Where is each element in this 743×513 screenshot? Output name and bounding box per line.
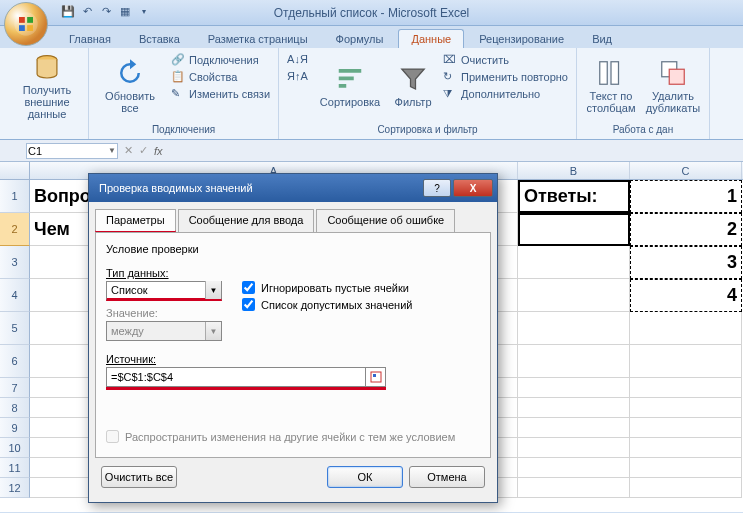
dialog-title: Проверка вводимых значений — [93, 182, 253, 194]
group-data-tools: Текст по столбцам Удалить дубликаты Рабо… — [577, 48, 710, 139]
ribbon: Получить внешние данные Обновить все 🔗По… — [0, 48, 743, 140]
source-label: Источник: — [106, 353, 480, 365]
accept-formula-icon[interactable]: ✓ — [139, 144, 148, 157]
text-to-columns-button[interactable]: Текст по столбцам — [583, 52, 639, 120]
cell-c1[interactable]: 1 — [630, 180, 742, 213]
svg-rect-10 — [611, 62, 619, 85]
cell-c4[interactable]: 4 — [630, 279, 742, 312]
remove-duplicates-button[interactable]: Удалить дубликаты — [643, 52, 703, 120]
source-input-wrapper — [106, 367, 386, 390]
ok-button[interactable]: ОК — [327, 466, 403, 488]
row-header-1[interactable]: 1 — [0, 180, 30, 213]
namebox-dropdown-icon[interactable]: ▼ — [108, 146, 116, 155]
row-header-3[interactable]: 3 — [0, 246, 30, 279]
tab-error-alert[interactable]: Сообщение об ошибке — [316, 209, 455, 232]
dialog-panel: Условие проверки Тип данных: Список ▼ Зн… — [95, 232, 491, 458]
svg-rect-9 — [600, 62, 608, 85]
redo-icon[interactable]: ↷ — [98, 3, 114, 19]
properties-button[interactable]: 📋Свойства — [169, 69, 272, 85]
cell-b4[interactable] — [518, 279, 630, 312]
row-header-4[interactable]: 4 — [0, 279, 30, 312]
range-icon — [370, 371, 382, 383]
cell-b1[interactable]: Ответы: — [518, 180, 630, 213]
row-header-8[interactable]: 8 — [0, 398, 30, 418]
advanced-filter-button[interactable]: ⧩Дополнительно — [441, 86, 570, 102]
sort-desc-icon: Я↑А — [287, 70, 301, 84]
row-header-10[interactable]: 10 — [0, 438, 30, 458]
sort-asc-icon: А↓Я — [287, 53, 301, 67]
range-picker-button[interactable] — [366, 367, 386, 387]
type-label: Тип данных: — [106, 267, 222, 279]
col-header-b[interactable]: B — [518, 162, 630, 179]
type-select[interactable]: Список ▼ — [106, 281, 222, 301]
tab-data[interactable]: Данные — [398, 29, 464, 48]
tab-layout[interactable]: Разметка страницы — [195, 29, 321, 48]
dropdown-icon: ▼ — [205, 322, 221, 340]
edit-links-icon: ✎ — [171, 87, 185, 101]
cell-b3[interactable] — [518, 246, 630, 279]
cell-c2[interactable]: 2 — [630, 213, 742, 246]
duplicates-icon — [658, 58, 688, 88]
tab-input-message[interactable]: Сообщение для ввода — [178, 209, 315, 232]
select-all-corner[interactable] — [0, 162, 30, 179]
row-header-12[interactable]: 12 — [0, 478, 30, 498]
fx-icon[interactable]: fx — [154, 145, 163, 157]
row-header-7[interactable]: 7 — [0, 378, 30, 398]
cancel-button[interactable]: Отмена — [409, 466, 485, 488]
cell-b2[interactable] — [518, 213, 630, 246]
clear-all-button[interactable]: Очистить все — [101, 466, 177, 488]
filter-button[interactable]: Фильтр — [389, 52, 437, 120]
source-input[interactable] — [106, 367, 366, 387]
clear-filter-button[interactable]: ⌧Очистить — [441, 52, 570, 68]
reapply-icon: ↻ — [443, 70, 457, 84]
dialog-titlebar[interactable]: Проверка вводимых значений ? X — [89, 174, 497, 202]
reapply-button[interactable]: ↻Применить повторно — [441, 69, 570, 85]
advanced-icon: ⧩ — [443, 87, 457, 101]
dialog-help-button[interactable]: ? — [423, 179, 451, 197]
qat-icon[interactable]: ▦ — [117, 3, 133, 19]
sort-desc-button[interactable]: Я↑А — [285, 69, 311, 85]
dropdown-icon: ▼ — [205, 281, 221, 299]
svg-rect-14 — [373, 374, 376, 377]
clear-icon: ⌧ — [443, 53, 457, 67]
refresh-icon — [115, 58, 145, 88]
tab-view[interactable]: Вид — [579, 29, 625, 48]
tab-parameters[interactable]: Параметры — [95, 209, 176, 232]
row-header-2[interactable]: 2 — [0, 213, 30, 246]
group-connections: Обновить все 🔗Подключения 📋Свойства ✎Изм… — [89, 48, 279, 139]
value-label: Значение: — [106, 307, 222, 319]
tab-home[interactable]: Главная — [56, 29, 124, 48]
tab-insert[interactable]: Вставка — [126, 29, 193, 48]
tab-formulas[interactable]: Формулы — [323, 29, 397, 48]
undo-icon[interactable]: ↶ — [79, 3, 95, 19]
connections-button[interactable]: 🔗Подключения — [169, 52, 272, 68]
name-box[interactable]: C1 ▼ — [26, 143, 118, 159]
row-header-5[interactable]: 5 — [0, 312, 30, 345]
get-external-data-button[interactable]: Получить внешние данные — [12, 52, 82, 120]
group-sort-filter: А↓Я Я↑А Сортировка Фильтр ⌧Очистить ↻При… — [279, 48, 577, 139]
cell-c3[interactable]: 3 — [630, 246, 742, 279]
row-header-6[interactable]: 6 — [0, 345, 30, 378]
sort-asc-button[interactable]: А↓Я — [285, 52, 311, 68]
col-header-c[interactable]: C — [630, 162, 742, 179]
in-cell-dropdown-checkbox[interactable]: Список допустимых значений — [242, 298, 412, 311]
svg-rect-6 — [339, 69, 362, 73]
row-header-11[interactable]: 11 — [0, 458, 30, 478]
columns-icon — [596, 58, 626, 88]
row-header-9[interactable]: 9 — [0, 418, 30, 438]
qat-dropdown-icon[interactable]: ▾ — [136, 3, 152, 19]
tab-review[interactable]: Рецензирование — [466, 29, 577, 48]
sort-icon — [335, 64, 365, 94]
save-icon[interactable]: 💾 — [60, 3, 76, 19]
cancel-formula-icon[interactable]: ✕ — [124, 144, 133, 157]
ignore-blank-checkbox[interactable]: Игнорировать пустые ячейки — [242, 281, 412, 294]
refresh-all-button[interactable]: Обновить все — [95, 52, 165, 120]
dialog-close-button[interactable]: X — [453, 179, 493, 197]
link-icon: 🔗 — [171, 53, 185, 67]
sort-button[interactable]: Сортировка — [315, 52, 385, 120]
edit-links-button[interactable]: ✎Изменить связи — [169, 86, 272, 102]
svg-point-0 — [14, 12, 37, 35]
ribbon-tabs: Главная Вставка Разметка страницы Формул… — [0, 26, 743, 48]
office-button[interactable] — [4, 2, 48, 46]
svg-rect-3 — [19, 25, 25, 31]
